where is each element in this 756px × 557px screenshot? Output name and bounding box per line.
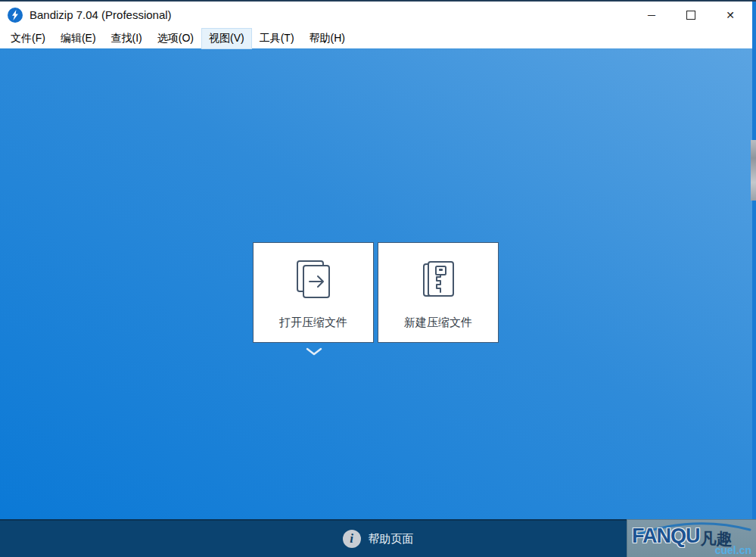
open-archive-label: 打开压缩文件 — [279, 316, 347, 330]
chevron-down-icon — [305, 347, 323, 357]
maximize-icon — [686, 11, 695, 20]
background-window-fragment — [751, 140, 756, 201]
window-right-border — [752, 0, 756, 557]
new-archive-card[interactable]: 新建压缩文件 — [378, 242, 499, 343]
new-archive-label: 新建压缩文件 — [404, 316, 472, 330]
main-workspace: 打开压缩文件 新建压缩文件 — [0, 48, 756, 519]
window-controls: ─ ✕ — [632, 2, 750, 28]
menu-item-tools[interactable]: 工具(T) — [253, 29, 301, 48]
watermark-brand: FANQU 凡趣 — [632, 526, 733, 546]
minimize-button[interactable]: ─ — [632, 2, 671, 28]
open-archive-icon — [292, 258, 334, 300]
minimize-icon: ─ — [648, 9, 655, 21]
fanqu-watermark: FANQU 凡趣 cuel.cn — [627, 519, 756, 557]
menu-item-file[interactable]: 文件(F) — [4, 29, 52, 48]
new-archive-icon — [417, 258, 459, 300]
bandizip-app-icon — [8, 8, 23, 23]
help-page-link[interactable]: 帮助页面 — [369, 532, 414, 546]
watermark-domain: cuel.cn — [715, 544, 751, 556]
menu-item-options[interactable]: 选项(O) — [151, 29, 201, 48]
menu-item-view[interactable]: 视图(V) — [202, 29, 251, 48]
menu-bar: 文件(F) 编辑(E) 查找(I) 选项(O) 视图(V) 工具(T) 帮助(H… — [0, 28, 756, 48]
close-button[interactable]: ✕ — [711, 2, 750, 28]
menu-item-find[interactable]: 查找(I) — [104, 29, 149, 48]
maximize-button[interactable] — [671, 2, 711, 28]
watermark-brand-en: FANQU — [632, 526, 700, 546]
title-bar: Bandizip 7.04 (Professional) ─ ✕ — [0, 2, 756, 28]
menu-item-help[interactable]: 帮助(H) — [303, 29, 352, 48]
menu-item-edit[interactable]: 编辑(E) — [54, 29, 103, 48]
open-archive-card[interactable]: 打开压缩文件 — [253, 242, 374, 343]
window-top-border — [0, 0, 756, 2]
close-icon: ✕ — [726, 9, 735, 21]
expand-more-button[interactable] — [305, 347, 323, 357]
info-icon: i — [343, 530, 361, 548]
window-title: Bandizip 7.04 (Professional) — [30, 8, 172, 21]
